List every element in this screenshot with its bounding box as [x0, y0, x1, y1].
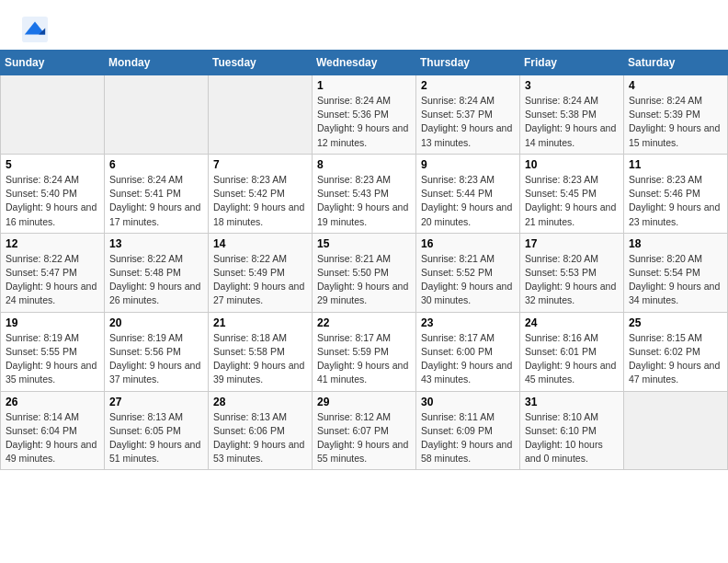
day-info: Sunrise: 8:18 AM Sunset: 5:58 PM Dayligh… [213, 331, 307, 387]
calendar-cell [624, 391, 728, 470]
day-info: Sunrise: 8:23 AM Sunset: 5:46 PM Dayligh… [629, 173, 722, 229]
day-info: Sunrise: 8:24 AM Sunset: 5:37 PM Dayligh… [421, 94, 515, 150]
day-number: 13 [109, 237, 203, 250]
calendar-cell: 4Sunrise: 8:24 AM Sunset: 5:39 PM Daylig… [624, 75, 728, 155]
calendar-cell: 10Sunrise: 8:23 AM Sunset: 5:45 PM Dayli… [520, 154, 624, 233]
day-number: 19 [6, 316, 99, 329]
calendar-cell: 17Sunrise: 8:20 AM Sunset: 5:53 PM Dayli… [520, 233, 624, 312]
day-number: 21 [213, 316, 307, 329]
calendar-cell: 12Sunrise: 8:22 AM Sunset: 5:47 PM Dayli… [1, 233, 105, 312]
day-info: Sunrise: 8:24 AM Sunset: 5:41 PM Dayligh… [109, 173, 203, 229]
day-number: 14 [213, 237, 307, 250]
weekday-header-saturday: Saturday [624, 51, 728, 75]
day-info: Sunrise: 8:22 AM Sunset: 5:49 PM Dayligh… [213, 252, 307, 308]
day-number: 31 [525, 396, 619, 408]
calendar-cell: 25Sunrise: 8:15 AM Sunset: 6:02 PM Dayli… [624, 312, 728, 391]
day-number: 16 [421, 237, 515, 250]
calendar-cell: 14Sunrise: 8:22 AM Sunset: 5:49 PM Dayli… [209, 233, 313, 312]
calendar-cell: 27Sunrise: 8:13 AM Sunset: 6:05 PM Dayli… [105, 391, 209, 470]
calendar-cell: 30Sunrise: 8:11 AM Sunset: 6:09 PM Dayli… [416, 391, 520, 470]
day-number: 5 [6, 158, 99, 171]
weekday-header-tuesday: Tuesday [209, 51, 313, 75]
calendar-cell: 11Sunrise: 8:23 AM Sunset: 5:46 PM Dayli… [624, 154, 728, 233]
calendar-cell: 7Sunrise: 8:23 AM Sunset: 5:42 PM Daylig… [209, 154, 313, 233]
day-info: Sunrise: 8:17 AM Sunset: 6:00 PM Dayligh… [421, 331, 515, 387]
day-number: 27 [109, 396, 203, 408]
day-number: 28 [213, 396, 307, 408]
day-info: Sunrise: 8:10 AM Sunset: 6:10 PM Dayligh… [525, 410, 619, 466]
day-number: 18 [629, 237, 722, 250]
day-number: 15 [317, 237, 411, 250]
day-info: Sunrise: 8:24 AM Sunset: 5:40 PM Dayligh… [6, 173, 99, 229]
calendar-table: SundayMondayTuesdayWednesdayThursdayFrid… [0, 50, 728, 470]
weekday-header-thursday: Thursday [416, 51, 520, 75]
calendar-cell [1, 75, 105, 155]
day-number: 10 [525, 158, 619, 171]
day-info: Sunrise: 8:22 AM Sunset: 5:48 PM Dayligh… [109, 252, 203, 308]
calendar-cell: 22Sunrise: 8:17 AM Sunset: 5:59 PM Dayli… [313, 312, 416, 391]
calendar-cell: 28Sunrise: 8:13 AM Sunset: 6:06 PM Dayli… [209, 391, 313, 470]
day-number: 17 [525, 237, 619, 250]
calendar-cell: 2Sunrise: 8:24 AM Sunset: 5:37 PM Daylig… [416, 75, 520, 155]
weekday-header-friday: Friday [520, 51, 624, 75]
page-header [0, 0, 728, 50]
calendar-cell: 15Sunrise: 8:21 AM Sunset: 5:50 PM Dayli… [313, 233, 416, 312]
calendar-cell: 21Sunrise: 8:18 AM Sunset: 5:58 PM Dayli… [209, 312, 313, 391]
day-info: Sunrise: 8:20 AM Sunset: 5:53 PM Dayligh… [525, 252, 619, 308]
calendar-cell: 24Sunrise: 8:16 AM Sunset: 6:01 PM Dayli… [520, 312, 624, 391]
calendar-cell: 1Sunrise: 8:24 AM Sunset: 5:36 PM Daylig… [313, 75, 416, 155]
day-info: Sunrise: 8:24 AM Sunset: 5:38 PM Dayligh… [525, 94, 619, 150]
day-info: Sunrise: 8:23 AM Sunset: 5:42 PM Dayligh… [213, 173, 307, 229]
day-info: Sunrise: 8:24 AM Sunset: 5:36 PM Dayligh… [317, 94, 411, 150]
day-number: 20 [109, 316, 203, 329]
day-info: Sunrise: 8:15 AM Sunset: 6:02 PM Dayligh… [629, 331, 722, 387]
logo-icon [22, 17, 48, 42]
day-number: 3 [525, 79, 619, 92]
calendar-cell: 13Sunrise: 8:22 AM Sunset: 5:48 PM Dayli… [105, 233, 209, 312]
day-number: 6 [109, 158, 203, 171]
weekday-header-monday: Monday [105, 51, 209, 75]
day-number: 4 [629, 79, 722, 92]
day-info: Sunrise: 8:21 AM Sunset: 5:50 PM Dayligh… [317, 252, 411, 308]
calendar-cell: 19Sunrise: 8:19 AM Sunset: 5:55 PM Dayli… [1, 312, 105, 391]
day-number: 8 [317, 158, 411, 171]
day-number: 24 [525, 316, 619, 329]
calendar-cell: 31Sunrise: 8:10 AM Sunset: 6:10 PM Dayli… [520, 391, 624, 470]
day-info: Sunrise: 8:19 AM Sunset: 5:55 PM Dayligh… [6, 331, 99, 387]
day-info: Sunrise: 8:17 AM Sunset: 5:59 PM Dayligh… [317, 331, 411, 387]
day-info: Sunrise: 8:21 AM Sunset: 5:52 PM Dayligh… [421, 252, 515, 308]
calendar-cell: 9Sunrise: 8:23 AM Sunset: 5:44 PM Daylig… [416, 154, 520, 233]
day-info: Sunrise: 8:20 AM Sunset: 5:54 PM Dayligh… [629, 252, 722, 308]
calendar-cell: 8Sunrise: 8:23 AM Sunset: 5:43 PM Daylig… [313, 154, 416, 233]
weekday-header-sunday: Sunday [1, 51, 105, 75]
calendar-cell: 26Sunrise: 8:14 AM Sunset: 6:04 PM Dayli… [1, 391, 105, 470]
calendar-cell [105, 75, 209, 155]
calendar-cell: 23Sunrise: 8:17 AM Sunset: 6:00 PM Dayli… [416, 312, 520, 391]
day-number: 7 [213, 158, 307, 171]
day-info: Sunrise: 8:22 AM Sunset: 5:47 PM Dayligh… [6, 252, 99, 308]
day-number: 29 [317, 396, 411, 408]
weekday-header-wednesday: Wednesday [313, 51, 416, 75]
day-number: 30 [421, 396, 515, 408]
day-number: 2 [421, 79, 515, 92]
day-info: Sunrise: 8:23 AM Sunset: 5:45 PM Dayligh… [525, 173, 619, 229]
calendar-cell: 5Sunrise: 8:24 AM Sunset: 5:40 PM Daylig… [1, 154, 105, 233]
day-number: 23 [421, 316, 515, 329]
day-info: Sunrise: 8:13 AM Sunset: 6:05 PM Dayligh… [109, 410, 203, 466]
day-number: 12 [6, 237, 99, 250]
day-info: Sunrise: 8:24 AM Sunset: 5:39 PM Dayligh… [629, 94, 722, 150]
day-info: Sunrise: 8:13 AM Sunset: 6:06 PM Dayligh… [213, 410, 307, 466]
day-number: 11 [629, 158, 722, 171]
calendar-cell [209, 75, 313, 155]
day-number: 9 [421, 158, 515, 171]
day-info: Sunrise: 8:12 AM Sunset: 6:07 PM Dayligh… [317, 410, 411, 466]
day-info: Sunrise: 8:11 AM Sunset: 6:09 PM Dayligh… [421, 410, 515, 466]
day-number: 1 [317, 79, 411, 92]
day-info: Sunrise: 8:23 AM Sunset: 5:44 PM Dayligh… [421, 173, 515, 229]
day-number: 26 [6, 396, 99, 408]
day-info: Sunrise: 8:16 AM Sunset: 6:01 PM Dayligh… [525, 331, 619, 387]
day-info: Sunrise: 8:23 AM Sunset: 5:43 PM Dayligh… [317, 173, 411, 229]
day-info: Sunrise: 8:19 AM Sunset: 5:56 PM Dayligh… [109, 331, 203, 387]
calendar-cell: 18Sunrise: 8:20 AM Sunset: 5:54 PM Dayli… [624, 233, 728, 312]
calendar-cell: 16Sunrise: 8:21 AM Sunset: 5:52 PM Dayli… [416, 233, 520, 312]
